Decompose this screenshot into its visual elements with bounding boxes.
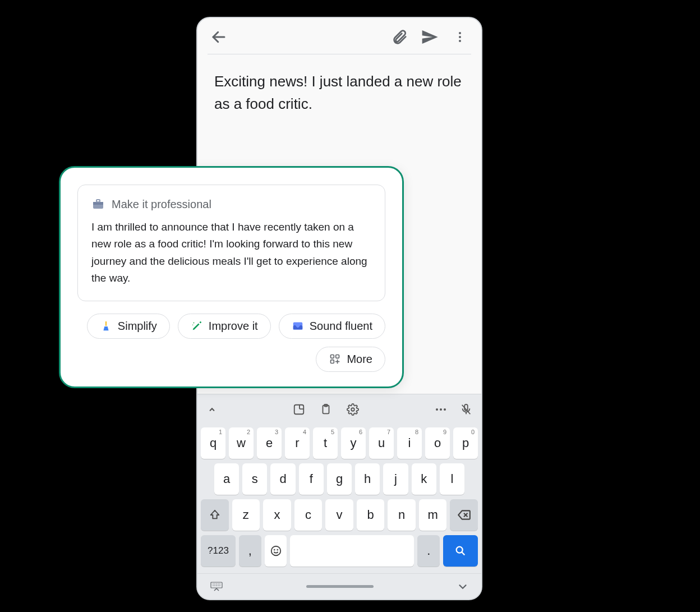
- svg-rect-39: [336, 355, 339, 358]
- svg-point-16: [274, 550, 274, 550]
- key-k[interactable]: k: [412, 463, 436, 495]
- wave-icon: [292, 320, 304, 332]
- chip-more[interactable]: More: [316, 347, 385, 372]
- suggestion-header: Make it professional: [91, 197, 371, 211]
- emoji-key[interactable]: [265, 535, 287, 567]
- key-q[interactable]: q1: [201, 427, 225, 459]
- svg-point-27: [214, 585, 215, 586]
- chip-label: Simplify: [118, 320, 157, 333]
- suggestion-card[interactable]: Make it professional I am thrilled to an…: [77, 185, 385, 301]
- keyboard-expand-icon[interactable]: [206, 404, 218, 415]
- keyboard-toolbar: [197, 394, 481, 424]
- svg-rect-34: [105, 321, 107, 326]
- key-e[interactable]: e3: [257, 427, 282, 459]
- chip-improve[interactable]: Improve it: [178, 314, 271, 339]
- svg-point-30: [219, 585, 220, 586]
- suggestion-body: I am thrilled to announce that I have re…: [91, 219, 371, 287]
- svg-point-7: [351, 408, 354, 411]
- search-key[interactable]: [443, 535, 478, 567]
- pencil-sparkle-icon: [191, 320, 203, 332]
- key-i[interactable]: i8: [397, 427, 422, 459]
- system-navbar: [197, 573, 481, 599]
- key-r[interactable]: r4: [285, 427, 310, 459]
- key-l[interactable]: l: [440, 463, 464, 495]
- svg-point-36: [192, 324, 193, 325]
- grid-plus-icon: [329, 353, 341, 365]
- svg-point-9: [440, 408, 442, 411]
- keyboard: q1w2e3r4t5y6u7i8o9p0 asdfghjkl zxcvbnm ?…: [197, 424, 481, 573]
- svg-line-19: [462, 552, 464, 555]
- svg-point-2: [459, 36, 461, 38]
- chip-sound-fluent[interactable]: Sound fluent: [279, 314, 385, 339]
- keyboard-hide-icon[interactable]: [210, 581, 223, 592]
- space-key[interactable]: [290, 535, 414, 567]
- svg-rect-40: [331, 360, 334, 363]
- svg-rect-20: [211, 582, 222, 588]
- key-v[interactable]: v: [325, 499, 353, 531]
- chip-label: Improve it: [209, 320, 258, 333]
- key-z[interactable]: z: [232, 499, 260, 531]
- svg-rect-38: [331, 355, 334, 358]
- symbols-key[interactable]: ?123: [201, 535, 236, 567]
- chip-simplify[interactable]: Simplify: [87, 314, 170, 339]
- svg-point-26: [213, 585, 214, 586]
- sticker-icon[interactable]: [293, 403, 305, 416]
- backspace-key[interactable]: [450, 499, 478, 531]
- broom-icon: [100, 320, 112, 332]
- key-g[interactable]: g: [327, 463, 352, 495]
- svg-point-3: [459, 40, 461, 42]
- mic-off-icon[interactable]: [460, 403, 472, 416]
- attachment-icon[interactable]: [388, 26, 411, 48]
- key-y[interactable]: y6: [341, 427, 366, 459]
- key-s[interactable]: s: [242, 463, 267, 495]
- svg-point-18: [457, 547, 463, 553]
- key-j[interactable]: j: [383, 463, 408, 495]
- svg-point-10: [444, 408, 446, 411]
- svg-point-28: [216, 585, 217, 586]
- ai-suggestion-popover: Make it professional I am thrilled to an…: [59, 166, 404, 388]
- key-f[interactable]: f: [299, 463, 324, 495]
- key-a[interactable]: a: [214, 463, 239, 495]
- key-c[interactable]: c: [294, 499, 323, 531]
- key-b[interactable]: b: [357, 499, 385, 531]
- settings-gear-icon[interactable]: [347, 403, 359, 416]
- key-u[interactable]: u7: [369, 427, 394, 459]
- svg-point-21: [213, 583, 214, 585]
- svg-point-23: [216, 583, 217, 585]
- period-key[interactable]: .: [417, 535, 440, 567]
- chip-label: Sound fluent: [310, 320, 372, 333]
- comma-key[interactable]: ,: [239, 535, 261, 567]
- key-m[interactable]: m: [419, 499, 447, 531]
- svg-point-8: [436, 408, 438, 411]
- chip-row: Simplify Improve it Sound fluent More: [77, 314, 385, 372]
- key-o[interactable]: o9: [425, 427, 450, 459]
- overflow-menu-icon[interactable]: [449, 26, 471, 48]
- svg-point-29: [218, 585, 219, 586]
- key-x[interactable]: x: [263, 499, 291, 531]
- briefcase-icon: [91, 197, 105, 211]
- compose-toolbar: [197, 18, 481, 54]
- svg-point-35: [193, 323, 194, 324]
- svg-point-25: [219, 583, 220, 585]
- suggestion-title: Make it professional: [112, 198, 211, 211]
- chip-label: More: [347, 353, 372, 366]
- key-p[interactable]: p0: [453, 427, 478, 459]
- key-h[interactable]: h: [355, 463, 380, 495]
- shift-key[interactable]: [201, 499, 229, 531]
- key-t[interactable]: t5: [313, 427, 338, 459]
- svg-point-1: [459, 32, 461, 34]
- back-arrow-icon[interactable]: [208, 26, 230, 48]
- send-icon[interactable]: [418, 26, 441, 48]
- key-d[interactable]: d: [270, 463, 295, 495]
- nav-chevron-down-icon[interactable]: [457, 581, 469, 593]
- svg-point-22: [214, 583, 215, 585]
- more-horizontal-icon[interactable]: [434, 403, 448, 416]
- home-indicator[interactable]: [306, 585, 374, 588]
- clipboard-icon[interactable]: [320, 403, 332, 416]
- svg-rect-33: [96, 200, 100, 202]
- svg-point-15: [271, 546, 280, 556]
- key-n[interactable]: n: [388, 499, 416, 531]
- svg-point-24: [218, 583, 219, 585]
- key-w[interactable]: w2: [229, 427, 254, 459]
- svg-point-17: [277, 550, 278, 550]
